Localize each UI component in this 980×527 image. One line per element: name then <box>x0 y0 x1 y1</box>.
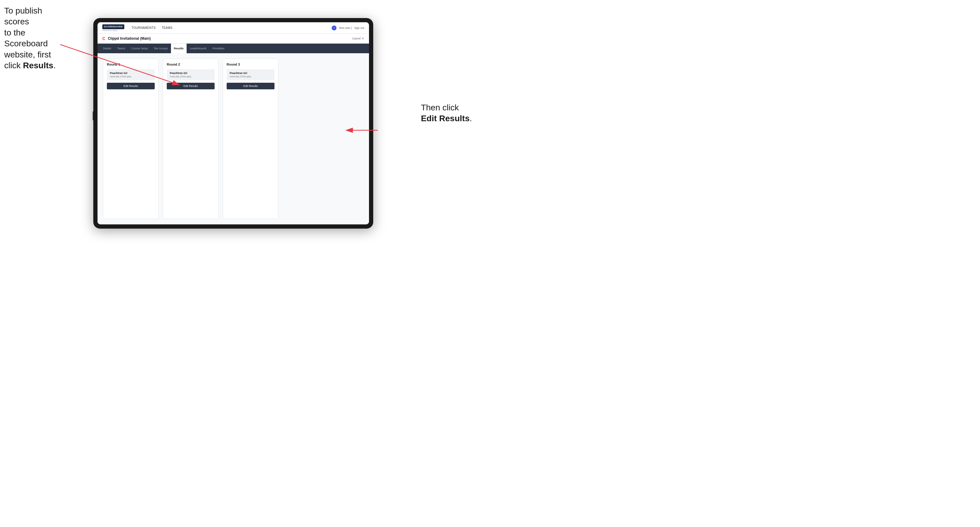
tab-results[interactable]: Results <box>171 44 187 53</box>
round-3-course-card: Peachtree GC Gold (M) (7010 yds) <box>227 69 275 80</box>
tablet-frame: SCOREBOARD Powered by clippd TOURNAMENTS… <box>93 18 373 229</box>
content-area: Round 1 Peachtree GC Gold (M) (7010 yds)… <box>97 53 369 224</box>
scoreboard-logo: SCOREBOARD <box>102 24 124 29</box>
nav-links: TOURNAMENTS TEAMS <box>132 26 332 30</box>
tablet-screen: SCOREBOARD Powered by clippd TOURNAMENTS… <box>97 22 369 224</box>
round-2-course-name: Peachtree GC <box>170 71 212 75</box>
round-3-card: Round 3 Peachtree GC Gold (M) (7010 yds)… <box>223 59 278 219</box>
round-2-course-details: Gold (M) (7010 yds) <box>170 75 212 78</box>
tab-tee-groups[interactable]: Tee Groups <box>151 44 171 53</box>
round-2-title: Round 2 <box>167 63 215 66</box>
tournament-header: C Clippd Invitational (Main) Cancel ✕ <box>97 34 369 44</box>
edit-results-button-3[interactable]: Edit Results <box>227 83 275 89</box>
instruction-text-1: To publish scores to the Scoreboard webs… <box>4 5 61 71</box>
logo-subtitle: Powered by clippd <box>102 30 124 31</box>
tab-teams[interactable]: Teams <box>115 44 129 53</box>
edit-results-button-2[interactable]: Edit Results <box>167 83 215 89</box>
nav-teams[interactable]: TEAMS <box>162 26 172 30</box>
round-1-card: Round 1 Peachtree GC Gold (M) (7010 yds)… <box>103 59 159 219</box>
tab-printables[interactable]: Printables <box>210 44 228 53</box>
round-3-course-name: Peachtree GC <box>230 71 272 75</box>
logo-area: SCOREBOARD Powered by clippd <box>102 24 124 31</box>
round-1-course-details: Gold (M) (7010 yds) <box>110 75 152 78</box>
cancel-button[interactable]: Cancel ✕ <box>352 37 364 40</box>
round-1-title: Round 1 <box>107 63 155 66</box>
cancel-x-icon: ✕ <box>362 37 364 40</box>
tournament-name: Clippd Invitational (Main) <box>108 37 151 41</box>
tournament-title-area: C Clippd Invitational (Main) <box>102 36 151 41</box>
clippd-c-icon: C <box>102 36 105 41</box>
tab-details[interactable]: Details <box>100 44 115 53</box>
top-nav: SCOREBOARD Powered by clippd TOURNAMENTS… <box>97 22 369 34</box>
tab-course-setup[interactable]: Course Setup <box>128 44 151 53</box>
round-1-course-name: Peachtree GC <box>110 71 152 75</box>
round-3-title: Round 3 <box>227 63 275 66</box>
tab-leaderboards[interactable]: Leaderboards <box>187 44 210 53</box>
sign-out-link[interactable]: Sign out <box>354 27 364 30</box>
instruction-text-2: Then click Edit Results. <box>421 102 472 124</box>
tab-bar: Details Teams Course Setup Tee Groups Re… <box>97 44 369 53</box>
user-avatar: T <box>332 25 337 30</box>
user-name: Test User | <box>339 27 352 30</box>
round-3-course-details: Gold (M) (7010 yds) <box>230 75 272 78</box>
round-2-course-card: Peachtree GC Gold (M) (7010 yds) <box>167 69 215 80</box>
nav-tournaments[interactable]: TOURNAMENTS <box>132 26 156 30</box>
edit-results-button-1[interactable]: Edit Results <box>107 83 155 89</box>
nav-right: T Test User | Sign out <box>332 25 364 30</box>
round-1-course-card: Peachtree GC Gold (M) (7010 yds) <box>107 69 155 80</box>
round-2-card: Round 2 Peachtree GC Gold (M) (7010 yds)… <box>163 59 218 219</box>
